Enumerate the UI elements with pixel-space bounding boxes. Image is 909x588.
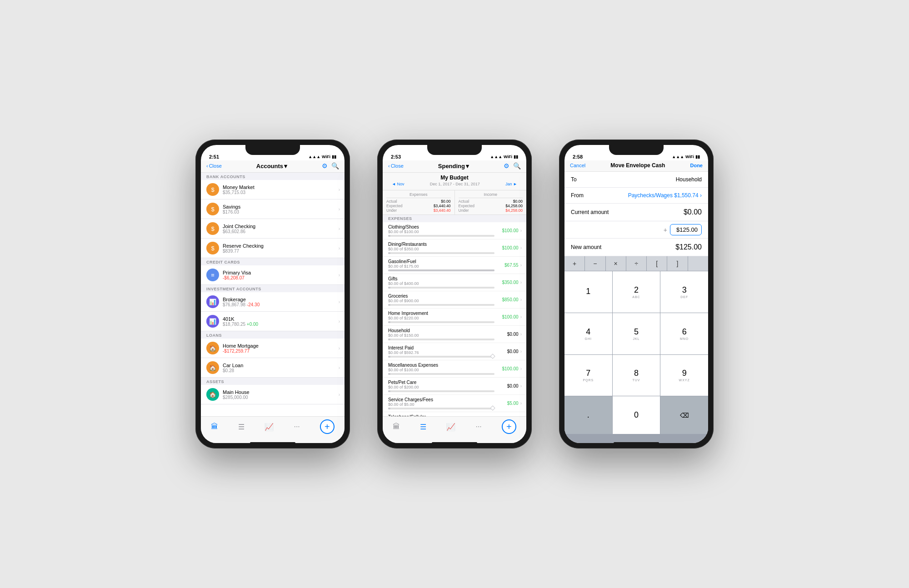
amount-input[interactable]: $125.00 [670, 224, 702, 235]
expense-row-dining[interactable]: Dining/Restaurants $0.00 of $350.00 $100… [383, 239, 526, 257]
op-plus[interactable]: + [564, 256, 584, 271]
chevron-reserve: › [339, 246, 340, 251]
expense-row-homeimprove[interactable]: Home Improvement $0.00 of $220.00 $100.0… [383, 309, 526, 326]
expense-budget-homeimprove: $100.00 [502, 314, 519, 319]
numkey-backspace[interactable]: ⌫ [660, 396, 708, 434]
account-icon-mainhouse: 🏠 [206, 388, 219, 401]
expense-row-gifts[interactable]: Gifts $0.00 of $400.00 $350.00 › [383, 274, 526, 291]
search-icon-1[interactable]: 🔍 [331, 162, 339, 169]
account-balance-visa: -$6,208.07 [223, 275, 335, 280]
expense-row-service[interactable]: Service Charges/Fees $0.00 of $5.00 $5.0… [383, 395, 526, 412]
add-spending-button[interactable]: + [502, 419, 516, 434]
add-account-button[interactable]: + [320, 419, 335, 434]
section-cc-header: CREDIT CARDS [201, 258, 345, 265]
expense-budget-pets: $0.00 [507, 384, 519, 389]
expense-left-gifts: Gifts $0.00 of $400.00 [388, 276, 494, 289]
op-divide[interactable]: ÷ [626, 256, 646, 271]
tab-chart-2[interactable]: 📈 [446, 423, 455, 431]
tab-more-2[interactable]: ··· [475, 423, 481, 431]
search-icon-2[interactable]: 🔍 [513, 162, 521, 169]
done-button[interactable]: Done [690, 163, 703, 168]
op-empty [688, 256, 708, 271]
tab-list-icon-2: ☰ [420, 423, 426, 431]
expense-row-household[interactable]: Household $0.00 of $150.00 $0.00 › [383, 326, 526, 343]
account-row-joint[interactable]: $ Joint Checking $63,602.86 › [201, 219, 345, 239]
account-info-carloan: Car Loan $0.28 [223, 363, 335, 373]
account-row-carloan[interactable]: 🏠 Car Loan $0.28 › [201, 358, 345, 378]
numkey-3[interactable]: 3 DEF [660, 271, 708, 313]
expense-name-misc: Miscellaneous Expenses [388, 363, 494, 368]
expense-row-pets[interactable]: Pets/Pet Care $0.00 of $200.00 $0.00 › [383, 378, 526, 395]
spending-content: EXPENSES Clothing/Shoes $0.00 of $100.00… [383, 215, 526, 416]
account-row-money-market[interactable]: $ Money Market $35,715.03 › [201, 180, 345, 199]
op-multiply[interactable]: × [606, 256, 626, 271]
op-bracket-close[interactable]: ] [667, 256, 687, 271]
input-row[interactable]: + $125.00 [564, 221, 708, 239]
gear-icon-2[interactable]: ⚙ [504, 162, 509, 169]
expense-row-interest[interactable]: Interest Paid $0.00 of $592.76 $0.00 › [383, 343, 526, 360]
expense-left-household: Household $0.00 of $150.00 [388, 328, 494, 340]
expenses-section-header: EXPENSES [383, 215, 526, 222]
current-amount-label: Current amount [571, 209, 609, 215]
account-row-mortgage[interactable]: 🏠 Home Mortgage -$172,259.77 › [201, 339, 345, 358]
tab-bar-1: 🏛 ☰ 📈 ··· + [201, 416, 345, 443]
expense-row-clothing[interactable]: Clothing/Shoes $0.00 of $100.00 $100.00 … [383, 222, 526, 239]
numkey-5[interactable]: 5 JKL [613, 313, 660, 354]
budget-header: My Budget ◄ Nov Dec 1, 2017 - Dec 31, 20… [383, 173, 526, 190]
phone-accounts-screen: 2:51 ▲▲▲ WiFi ▮▮ ‹ Close Accounts ▾ ⚙ 🔍 [201, 145, 345, 443]
back-button-1[interactable]: ‹ Close [206, 163, 222, 169]
numkey-2[interactable]: 2 ABC [613, 271, 660, 313]
op-bracket-open[interactable]: [ [647, 256, 667, 271]
account-row-401k[interactable]: 📊 401K $18,780.25 +0.00 › [201, 312, 345, 331]
dropdown-icon-1[interactable]: ▾ [284, 163, 287, 169]
tab-bank-2[interactable]: 🏛 [393, 423, 400, 431]
account-row-brokerage[interactable]: 📊 Brokerage $76,867.98 -24.30 › [201, 292, 345, 312]
expense-row-gas[interactable]: Gasoline/Fuel $0.00 of $175.00 $67.55 › [383, 257, 526, 274]
account-icon-mm: $ [206, 183, 219, 196]
signal-icon: ▲▲▲ [308, 154, 320, 159]
expense-row-telephone[interactable]: Telephone/Cellular $0.00 of $138.05 $140… [383, 412, 526, 416]
gear-icon-1[interactable]: ⚙ [322, 162, 328, 169]
prev-month-button[interactable]: ◄ Nov [392, 182, 404, 186]
numpad: + − × ÷ [ ] 1 2 ABC 3 DEF [564, 256, 708, 443]
back-button-2[interactable]: ‹ Close [388, 163, 404, 169]
numkey-7[interactable]: 7 PQRS [564, 355, 612, 396]
numkey-4[interactable]: 4 GHI [564, 313, 612, 354]
op-minus[interactable]: − [585, 256, 605, 271]
from-row[interactable]: From Paychecks/Wages $1,550.74 › [564, 188, 708, 204]
tab-list[interactable]: ☰ [238, 423, 245, 431]
chevron-visa: › [339, 273, 340, 278]
numkey-9[interactable]: 9 WXYZ [660, 355, 708, 396]
account-balance-mm: $35,715.03 [223, 190, 335, 195]
next-month-button[interactable]: Jan ► [505, 182, 517, 186]
expense-summary-header: Expenses [386, 192, 451, 198]
numkey-8[interactable]: 8 TUV [613, 355, 660, 396]
expense-name-homeimprove: Home Improvement [388, 311, 494, 316]
expense-amount-groceries: $0.00 of $900.00 [388, 299, 494, 303]
tab-more[interactable]: ··· [294, 423, 300, 431]
expense-row-groceries[interactable]: Groceries $0.00 of $900.00 $850.00 › [383, 291, 526, 309]
account-row-savings[interactable]: $ Savings $176.03 › [201, 199, 345, 219]
tab-spending-2[interactable]: ☰ [420, 423, 426, 431]
cancel-button[interactable]: Cancel [570, 163, 585, 168]
expense-name-clothing: Clothing/Shoes [388, 224, 494, 229]
nav-bar-1: ‹ Close Accounts ▾ ⚙ 🔍 [201, 160, 345, 173]
tab-chart[interactable]: 📈 [265, 423, 274, 431]
account-info-visa: Primary Visa -$6,208.07 [223, 270, 335, 280]
expense-row-misc[interactable]: Miscellaneous Expenses $0.00 of $100.00 … [383, 360, 526, 378]
tab-accounts[interactable]: 🏛 [211, 423, 218, 431]
back-label-2: Close [391, 163, 404, 169]
to-row[interactable]: To Household [564, 172, 708, 188]
numkey-6[interactable]: 6 MNO [660, 313, 708, 354]
tab-list-icon: ☰ [238, 423, 245, 431]
numkey-1[interactable]: 1 [564, 271, 612, 313]
back-chevron-1: ‹ [206, 163, 208, 169]
nav-actions-1: ⚙ 🔍 [322, 162, 339, 169]
account-row-mainhouse[interactable]: 🏠 Main House $285,000.00 › [201, 385, 345, 404]
expense-amount-dining: $0.00 of $350.00 [388, 247, 494, 251]
numkey-dot[interactable]: . [564, 396, 612, 434]
numkey-0[interactable]: 0 [613, 396, 660, 434]
dropdown-icon-2[interactable]: ▾ [466, 163, 469, 169]
account-row-visa[interactable]: ≡ Primary Visa -$6,208.07 › [201, 265, 345, 285]
account-row-reserve[interactable]: $ Reserve Checking $839.77 › [201, 239, 345, 258]
